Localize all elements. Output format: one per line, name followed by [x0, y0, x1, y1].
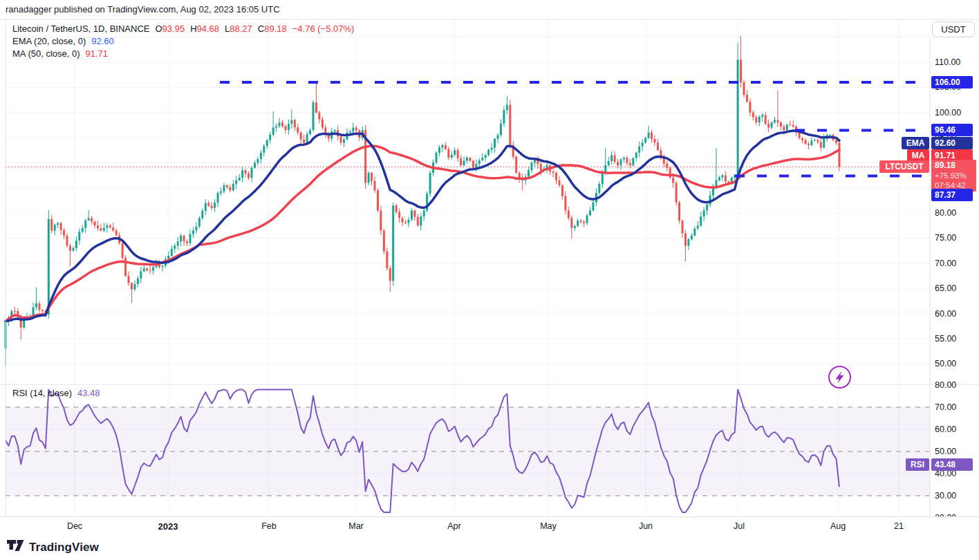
- price-tick-label: 70.00: [935, 258, 956, 269]
- chart-legend[interactable]: Litecoin / TetherUS, 1D, BINANCE O93.95 …: [12, 24, 354, 61]
- ohlc-low: L88.27: [225, 24, 252, 34]
- time-tick-label: 21: [878, 521, 920, 531]
- last-price-badge: 89.18 +75.93% 07:54:42: [931, 160, 976, 192]
- price-tick-label: 80.00: [935, 207, 956, 218]
- rsi-label: RSI (14, close): [12, 388, 72, 398]
- time-tick-label: Mar: [335, 521, 377, 531]
- ohlc-close: C89.18: [258, 24, 287, 34]
- price-tick-label: 75.00: [935, 232, 956, 243]
- price-tick-label: 55.00: [935, 333, 956, 344]
- time-tick-label: Feb: [248, 521, 290, 531]
- instant-trading-button[interactable]: [827, 364, 852, 390]
- mid-level-price-badge: 96.46: [931, 124, 973, 136]
- price-tick-label: 60.00: [935, 308, 956, 319]
- rsi-tick-label: 80.00: [935, 380, 956, 391]
- ma-value: 91.71: [86, 48, 109, 59]
- rsi-value: 43.48: [77, 388, 100, 398]
- change-percent-value: +75.93%: [935, 171, 973, 180]
- time-tick-label: May: [528, 521, 569, 531]
- brand-wordmark: TradingView: [29, 541, 99, 554]
- ma-legend-row[interactable]: MA (50, close, 0) 91.71: [12, 48, 354, 61]
- ohlc-high: H94.68: [190, 24, 219, 34]
- rsi-tick-label: 50.00: [935, 446, 956, 457]
- time-axis[interactable]: Dec2023FebMarAprMayJunJulAug21: [0, 516, 979, 536]
- ema-label: EMA (20, close, 0): [12, 36, 86, 46]
- rsi-legend-row[interactable]: RSI (14, close) 43.48: [12, 388, 100, 398]
- currency-toggle-button[interactable]: USDT: [932, 21, 975, 37]
- symbol-legend-row[interactable]: Litecoin / TetherUS, 1D, BINANCE O93.95 …: [12, 24, 354, 36]
- symbol-axis-chip: LTCUSDT: [879, 160, 929, 173]
- rsi-tick-label: 60.00: [935, 424, 956, 435]
- time-tick-label: Jul: [718, 521, 760, 531]
- ema-price-badge: 92.60: [931, 137, 973, 149]
- tradingview-logo[interactable]: TradingView: [7, 540, 99, 554]
- tradingview-glyph-icon: [7, 540, 24, 554]
- support-price-badge: 87.37: [931, 189, 973, 201]
- time-tick-label: 2023: [147, 521, 189, 532]
- ema-axis-chip: EMA: [902, 137, 929, 149]
- rsi-axis-chip: RSI: [906, 458, 929, 471]
- ohlc-open: O93.95: [155, 24, 185, 34]
- time-tick-label: Apr: [433, 521, 475, 531]
- rsi-value-badge: 43.48: [931, 458, 973, 471]
- price-tick-label: 100.00: [935, 107, 961, 118]
- change-value: −4.76 (−5.07%): [292, 24, 355, 34]
- time-tick-label: Aug: [817, 521, 859, 531]
- price-tick-label: 110.00: [935, 57, 960, 68]
- rsi-tick-label: 70.00: [935, 402, 956, 413]
- time-tick-label: Dec: [54, 521, 95, 531]
- symbol-title: Litecoin / TetherUS, 1D, BINANCE: [12, 24, 149, 34]
- price-tick-label: 50.00: [935, 358, 956, 369]
- resistance-price-badge: 106.00: [931, 76, 973, 88]
- time-tick-label: Jun: [625, 521, 666, 531]
- rsi-tick-label: 30.00: [935, 490, 956, 501]
- ema-legend-row[interactable]: EMA (20, close, 0) 92.60: [12, 36, 354, 48]
- lightning-bolt-icon: [827, 364, 852, 390]
- last-price-value: 89.18: [935, 160, 973, 171]
- tradingview-chart-page: ranadagger published on TradingView.com,…: [0, 0, 979, 560]
- publish-header: ranadagger published on TradingView.com,…: [6, 4, 280, 15]
- ema-value: 92.60: [91, 36, 114, 46]
- price-tick-label: 65.00: [935, 283, 956, 294]
- ma-label: MA (50, close, 0): [12, 48, 80, 59]
- chart-canvas[interactable]: [0, 0, 979, 560]
